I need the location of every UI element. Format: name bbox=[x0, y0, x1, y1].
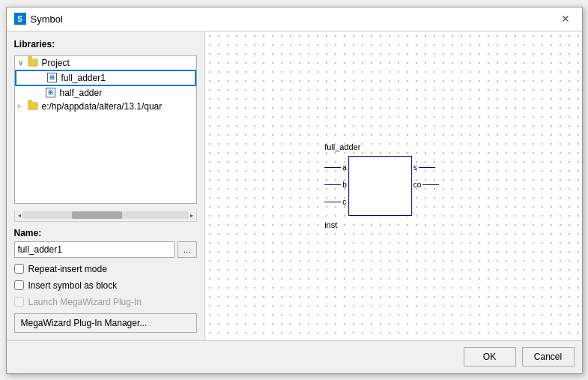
symbol-preview: full_adder a b bbox=[324, 156, 439, 216]
tree-area[interactable]: ∨ Project ⊞ full_adder1 bbox=[14, 55, 197, 204]
scroll-left-arrow[interactable]: ◂ bbox=[16, 212, 22, 219]
port-co-label: co bbox=[412, 181, 423, 189]
browse-button[interactable]: ... bbox=[178, 241, 197, 258]
tree-label-full-adder1: full_adder1 bbox=[61, 73, 106, 83]
insert-as-block-row: Insert symbol as block bbox=[14, 280, 197, 291]
tree-arrow-altera: › bbox=[18, 102, 27, 110]
folder-icon-altera bbox=[27, 101, 39, 112]
h-scrollbar-area[interactable]: ◂ ▸ bbox=[14, 210, 197, 222]
tree-label-altera: e:/hp/appdata/altera/13.1/quar bbox=[42, 101, 163, 112]
megawizard-manager-button[interactable]: MegaWizard Plug-In Manager... bbox=[14, 313, 197, 333]
symbol-box bbox=[348, 156, 412, 216]
repeat-insert-label: Repeat-insert mode bbox=[28, 264, 107, 274]
launch-megawizard-checkbox bbox=[14, 297, 24, 307]
port-b-label: b bbox=[341, 181, 348, 189]
cancel-button[interactable]: Cancel bbox=[522, 347, 575, 367]
port-co: co bbox=[412, 181, 440, 189]
launch-megawizard-label: Launch MegaWizard Plug-In bbox=[28, 297, 142, 307]
tree-item-altera[interactable]: › e:/hp/appdata/altera/13.1/quar bbox=[15, 100, 196, 113]
tree-item-full-adder1[interactable]: ⊞ full_adder1 bbox=[15, 70, 196, 86]
right-ports: s co bbox=[412, 156, 440, 216]
port-a-label: a bbox=[341, 163, 348, 172]
insert-as-block-checkbox[interactable] bbox=[14, 280, 24, 290]
left-panel: Libraries: ∨ Project ⊞ full_a bbox=[7, 31, 205, 340]
name-label: Name: bbox=[14, 228, 197, 238]
symbol-title: full_adder bbox=[324, 142, 360, 151]
insert-as-block-label: Insert symbol as block bbox=[28, 280, 118, 291]
tree-item-half-adder[interactable]: ⊞ half_adder bbox=[15, 86, 196, 100]
name-input[interactable] bbox=[14, 241, 175, 258]
tree-arrow-half-adder bbox=[36, 88, 45, 97]
content-area: Libraries: ∨ Project ⊞ full_a bbox=[7, 31, 582, 340]
tree-arrow-full-adder1 bbox=[37, 73, 46, 82]
component-icon-full-adder1: ⊞ bbox=[46, 73, 58, 83]
dialog-title: Symbol bbox=[31, 13, 63, 25]
tree-arrow-project: ∨ bbox=[18, 58, 27, 67]
port-s: s bbox=[412, 163, 440, 172]
port-c-label: c bbox=[341, 198, 348, 206]
component-icon-half-adder: ⊞ bbox=[45, 88, 57, 98]
tree-label-project: Project bbox=[42, 58, 70, 68]
title-bar-left: S Symbol bbox=[14, 13, 63, 25]
libraries-label: Libraries: bbox=[14, 39, 197, 49]
left-ports: a b c bbox=[324, 156, 348, 216]
bottom-bar: OK Cancel bbox=[7, 340, 582, 373]
close-button[interactable]: ✕ bbox=[557, 11, 575, 26]
tree-item-project[interactable]: ∨ Project bbox=[15, 56, 196, 70]
repeat-insert-checkbox[interactable] bbox=[14, 264, 24, 274]
name-section: Name: ... bbox=[14, 228, 197, 258]
right-panel: full_adder a b bbox=[205, 31, 582, 340]
port-a: a bbox=[324, 163, 348, 172]
folder-icon-project bbox=[27, 58, 39, 68]
port-b: b bbox=[324, 181, 348, 189]
symbol-dialog: S Symbol ✕ Libraries: ∨ Project bbox=[6, 7, 583, 374]
scroll-right-arrow[interactable]: ▸ bbox=[189, 212, 195, 219]
instance-label: inst bbox=[324, 220, 337, 229]
h-scrollbar-thumb[interactable] bbox=[72, 211, 122, 219]
port-s-label: s bbox=[412, 163, 419, 172]
ok-button[interactable]: OK bbox=[464, 347, 516, 367]
h-scrollbar-track[interactable] bbox=[22, 211, 189, 219]
tree-label-half-adder: half_adder bbox=[60, 88, 103, 98]
repeat-insert-row: Repeat-insert mode bbox=[14, 264, 197, 274]
launch-megawizard-row: Launch MegaWizard Plug-In bbox=[14, 297, 197, 307]
name-input-row: ... bbox=[14, 241, 197, 258]
port-c: c bbox=[324, 198, 348, 206]
dialog-icon: S bbox=[14, 13, 26, 25]
title-bar: S Symbol ✕ bbox=[7, 7, 582, 31]
